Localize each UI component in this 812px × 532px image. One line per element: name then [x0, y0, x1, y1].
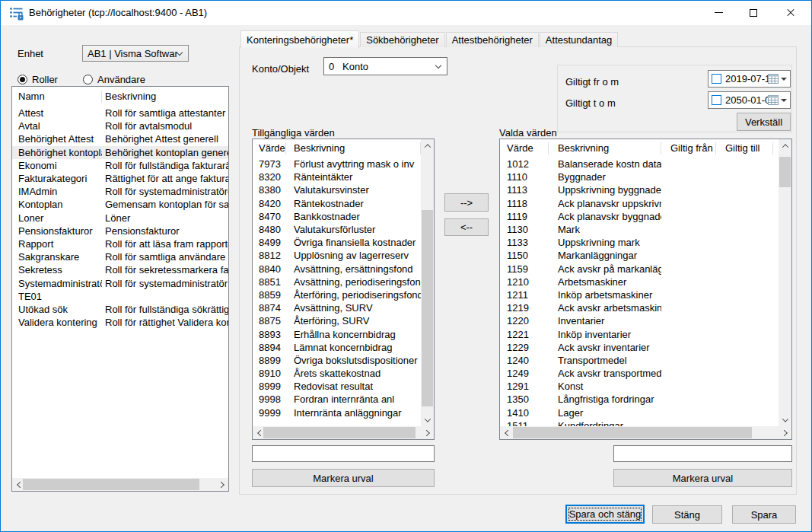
radio-anvandare[interactable]: Användare: [83, 74, 145, 85]
dropdown-caret-icon[interactable]: [781, 78, 787, 81]
list-row[interactable]: 1159Ack avskr på markanlägg...: [500, 263, 779, 276]
giltigt-tom-checkbox[interactable]: [712, 95, 721, 105]
list-row[interactable]: 9999Internränta anläggningar: [253, 406, 421, 419]
list-row[interactable]: PensionsfakturorPensionsfakturor: [12, 225, 228, 237]
list-row[interactable]: 1133Uppskrivning mark: [500, 236, 779, 249]
list-row[interactable]: 8320Ränteintäkter: [253, 170, 421, 183]
available-markera-urval-button[interactable]: Markera urval: [252, 469, 435, 487]
move-right-button[interactable]: -->: [444, 193, 489, 212]
column-header-beskrivning[interactable]: Beskrivning: [102, 91, 228, 103]
list-row[interactable]: SystemadministratörRoll för systemadmini…: [12, 276, 228, 289]
list-row[interactable]: 8894Lämnat koncernbidrag: [253, 341, 421, 354]
list-row[interactable]: Behörighet kontoplanBehörighet kontoplan…: [12, 146, 228, 159]
list-row[interactable]: 9998Fordran internränta anl: [253, 393, 421, 406]
list-row[interactable]: TE01: [12, 290, 228, 303]
scroll-up-button[interactable]: [779, 139, 791, 152]
list-row[interactable]: SekretessRoll för sekretessmarkera faktu…: [12, 263, 228, 276]
column-header-beskrivning[interactable]: Beskrivning: [286, 142, 421, 155]
spara-och-stang-button[interactable]: Spara och stäng: [565, 505, 645, 524]
column-header-varde[interactable]: Värde: [500, 142, 549, 155]
scroll-thumb[interactable]: [422, 210, 433, 406]
giltigt-from-datepicker[interactable]: 2019-07-15: [708, 70, 791, 88]
spara-button[interactable]: Spara: [732, 505, 796, 524]
calendar-icon[interactable]: [768, 95, 779, 105]
list-row[interactable]: 8893Erhållna koncernbidrag: [253, 327, 421, 340]
column-header-beskrivning[interactable]: Beskrivning: [549, 142, 661, 155]
list-row[interactable]: 1118Ack planavskr uppskrivna...: [500, 197, 779, 210]
list-row[interactable]: Validera konteringRoll för rättighet Val…: [12, 316, 228, 329]
radio-roller[interactable]: Roller: [18, 74, 58, 85]
list-row[interactable]: Utökad sökRoll för fullständiga sökrätti…: [12, 303, 228, 316]
list-row[interactable]: 1110Byggnader: [500, 170, 779, 183]
scroll-thumb[interactable]: [779, 157, 791, 187]
list-row[interactable]: 7973Förlust avyttring mask o inv: [253, 158, 421, 170]
list-row[interactable]: 1249Ack avskr transportmedel: [500, 367, 779, 380]
giltigt-tom-datepicker[interactable]: 2050-01-01: [708, 91, 791, 109]
maximize-button[interactable]: [736, 1, 770, 24]
column-header-giltig-fran[interactable]: Giltig från: [661, 142, 716, 155]
list-row[interactable]: 1291Konst: [500, 380, 779, 393]
column-header-varde[interactable]: Värde: [253, 142, 286, 155]
list-row[interactable]: 8999Redovisat resultat: [253, 380, 421, 393]
list-row[interactable]: 1130Mark: [500, 223, 779, 236]
list-row[interactable]: 1012Balanserade kostn datapr...: [500, 158, 779, 170]
roles-hscrollbar[interactable]: [12, 478, 228, 491]
verkstall-button[interactable]: Verkställ: [737, 113, 791, 131]
konto-objekt-select[interactable]: 0 Konto: [323, 57, 447, 75]
list-row[interactable]: 8875Återföring, SURV: [253, 314, 421, 327]
list-row[interactable]: 8420Räntekostnader: [253, 197, 421, 210]
list-row[interactable]: 8899Övriga bokslutsdispositioner: [253, 354, 421, 367]
column-header-namn[interactable]: Namn: [12, 91, 102, 103]
list-row[interactable]: 1221Inköp inventarier: [500, 327, 779, 340]
close-button[interactable]: [770, 1, 811, 24]
scroll-left-button[interactable]: [500, 426, 513, 439]
list-row[interactable]: 8380Valutakursvinster: [253, 183, 421, 196]
list-row[interactable]: IMAdminRoll för systemadministratörer: [12, 185, 228, 198]
tab-attestbehorigheter[interactable]: Attestbehörigheter: [446, 32, 539, 47]
list-row[interactable]: 1150Markanläggningar: [500, 249, 779, 262]
list-row[interactable]: 8859Återföring, periodiseringsfond: [253, 288, 421, 301]
list-row[interactable]: 8499Övriga finansiella kostnader: [253, 236, 421, 249]
list-row[interactable]: 1220Inventarier: [500, 314, 779, 327]
selected-filter-input[interactable]: [613, 445, 792, 462]
scroll-thumb[interactable]: [263, 427, 416, 438]
list-row[interactable]: 1229Ack avskr inventarier: [500, 341, 779, 354]
list-row[interactable]: 1410Lager: [500, 406, 779, 419]
selected-vscrollbar[interactable]: [779, 139, 791, 426]
scroll-right-button[interactable]: [215, 478, 228, 491]
list-row[interactable]: 1119Ack planavskr byggnader: [500, 210, 779, 223]
list-row[interactable]: EkonomiRoll för fullständiga fakturarätt…: [12, 159, 228, 172]
scroll-right-button[interactable]: [421, 426, 434, 439]
list-row[interactable]: 1350Långfristiga fordringar: [500, 393, 779, 406]
available-filter-input[interactable]: [252, 445, 435, 462]
column-header-giltig-till[interactable]: Giltig till: [716, 142, 773, 155]
list-row[interactable]: 1219Ack avskr arbetsmaskiner: [500, 301, 779, 314]
list-row[interactable]: 1113Uppskrivning byggnader: [500, 183, 779, 196]
scroll-down-button[interactable]: [779, 413, 791, 426]
giltigt-from-checkbox[interactable]: [712, 74, 721, 84]
list-row[interactable]: 1240Transportmedel: [500, 354, 779, 367]
scroll-right-button[interactable]: [779, 426, 791, 439]
scroll-down-button[interactable]: [421, 413, 434, 426]
scroll-thumb[interactable]: [23, 479, 199, 490]
list-row[interactable]: 8470Bankkostnader: [253, 210, 421, 223]
stang-button[interactable]: Stäng: [652, 505, 722, 524]
minimize-button[interactable]: [702, 1, 736, 24]
available-hscrollbar[interactable]: [253, 426, 434, 439]
tab-attestundantag[interactable]: Attestundantag: [540, 32, 618, 47]
list-row[interactable]: 8851Avsättning, periodiseringsfond: [253, 276, 421, 288]
dropdown-caret-icon[interactable]: [781, 99, 787, 102]
available-vscrollbar[interactable]: [421, 139, 434, 426]
list-row[interactable]: Behörighet AttestBehörighet Attest gener…: [12, 132, 228, 145]
list-row[interactable]: 8480Valutakursförluster: [253, 223, 421, 236]
list-row[interactable]: 8812Upplösning av lagerreserv: [253, 249, 421, 262]
list-row[interactable]: LonerLöner: [12, 212, 228, 225]
calendar-icon[interactable]: [768, 74, 779, 84]
tab-konteringsbehorigheter[interactable]: Konteringsbehörigheter*: [240, 30, 359, 48]
scroll-thumb[interactable]: [513, 427, 752, 438]
list-row[interactable]: KontoplanGemensam kontoplan för samtliga: [12, 198, 228, 211]
list-row[interactable]: SakgranskareRoll för samtliga användare: [12, 250, 228, 263]
selected-markera-urval-button[interactable]: Markera urval: [613, 469, 792, 487]
list-row[interactable]: 8874Avsättning, SURV: [253, 301, 421, 314]
tab-sokbehorigheter[interactable]: Sökbehörigheter: [360, 32, 444, 47]
